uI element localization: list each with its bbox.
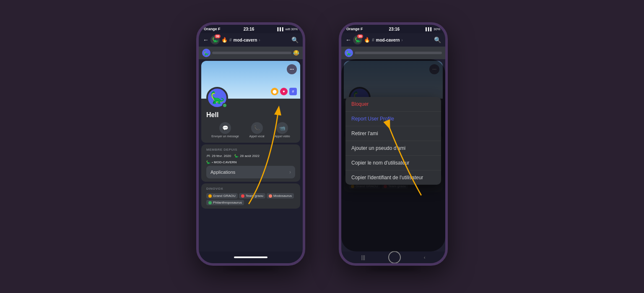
heart-icon: ♥ (280, 88, 288, 95)
copy-id-label: Copier l'identifiant de l'utilisateur (351, 175, 423, 181)
phone-bottom-1 (199, 251, 303, 263)
discord-header-1: ← 🦕 99 🔥 # mod-cavern › 🔍 (199, 33, 303, 47)
role-tag-3: Philanthroposaurus (206, 200, 244, 205)
role-name-2: Modosaurus (273, 194, 292, 198)
status-icons-2: ▌▌▌ 30% (426, 27, 440, 31)
avatar-emoji-1: 🦕 (210, 92, 225, 104)
phone-2: Orange F 23:16 ▌▌▌ 30% ← 🦕 99 (339, 22, 448, 271)
phone-bottom-2: ||| ‹ (341, 251, 445, 263)
battery-1: 30% (291, 27, 298, 31)
profile-name-1: Hell (206, 111, 295, 119)
profile-banner-1: ··· 🦕 ⬤ ♥ # (201, 61, 300, 99)
signal-icon-2: ▌▌▌ (426, 27, 433, 31)
chat-avatar-1: 🦕 (202, 49, 210, 57)
bottom-nav-triangle: ‹ (424, 255, 425, 260)
back-button-1[interactable]: ← (203, 37, 209, 43)
phone-shadow-2 (368, 267, 418, 271)
voice-button-1[interactable]: 📞 Appel vocal (249, 122, 264, 138)
carrier-2: Orange F (346, 27, 363, 31)
context-item-retirer[interactable]: Retirer l'ami (345, 126, 441, 141)
report-label: Report User Profile (351, 116, 394, 122)
phone-1-screen: Orange F 23:16 ▌▌▌ wifi 30% ← 🦕 99 (199, 25, 303, 263)
message-icon-1: 💬 (219, 122, 231, 134)
chat-preview-1: 🦕 😂 (199, 47, 303, 59)
wifi-icon: wifi (285, 27, 290, 31)
server-emoji-1: 🦕 (234, 154, 239, 158)
role-dot-3 (208, 201, 212, 204)
role-tag-0: Grand GRAOU (206, 193, 238, 199)
context-item-bloquer[interactable]: Bloquer (345, 97, 441, 112)
server-date-1: 🦕 28 août 2022 (234, 154, 260, 158)
server-icons-1: 🦕 99 (210, 35, 220, 44)
context-item-pseudo[interactable]: Ajouter un pseudo d'ami (345, 141, 441, 156)
member-since-section-1: MEMBRE DEPUIS 🎮 29 févr. 2020 🦕 28 août … (201, 144, 300, 182)
message-button-1[interactable]: 💬 Envoyer un message (211, 122, 239, 138)
more-button-1[interactable]: ··· (287, 64, 297, 74)
more-dots-icon-1: ··· (290, 66, 294, 72)
member-since-title-1: MEMBRE DEPUIS (206, 148, 295, 152)
server-icon-label-1: 🦕 (206, 160, 210, 164)
profile-area-1[interactable]: ··· 🦕 ⬤ ♥ # (199, 59, 303, 251)
phone-2-device: Orange F 23:16 ▌▌▌ 30% ← 🦕 99 (339, 22, 448, 266)
applications-chevron-1: › (289, 169, 291, 175)
header-right-1[interactable]: 🔍 (291, 37, 299, 43)
phone-1-device: Orange F 23:16 ▌▌▌ wifi 30% ← 🦕 99 (196, 22, 305, 266)
status-bar-2: Orange F 23:16 ▌▌▌ 30% (341, 25, 445, 33)
phone-2-screen: Orange F 23:16 ▌▌▌ 30% ← 🦕 99 (341, 25, 445, 263)
back-button-2[interactable]: ← (345, 37, 351, 43)
context-item-copy-name[interactable]: Copier le nom d'utilisateur (345, 156, 441, 170)
notif-badge-1: 99 (215, 34, 221, 38)
channel-name-1: mod-cavern (234, 38, 257, 42)
role-name-0: Grand GRAOU (213, 194, 236, 198)
chat-preview-2: 🦕 (341, 47, 445, 59)
role-tags-1: Grand GRAOU Team graou Modosaurus P (206, 193, 295, 205)
channel-chevron-2: › (401, 38, 402, 42)
header-left-2: ← 🦕 99 🔥 # mod-cavern › (345, 35, 403, 44)
carrier-1: Orange F (204, 27, 221, 31)
discord-logo-1: 🎮 (206, 154, 210, 158)
phone-shadow-1 (226, 267, 276, 271)
role-dot-0 (208, 194, 212, 198)
discord-date-1: 🎮 29 févr. 2020 (206, 154, 231, 158)
copy-name-label: Copier le nom d'utilisateur (351, 160, 409, 166)
phone-1: Orange F 23:16 ▌▌▌ wifi 30% ← 🦕 99 (196, 22, 305, 271)
emoji-react-2: 🔥 (364, 37, 370, 43)
message-label-1: Envoyer un message (211, 135, 239, 138)
header-left-1: ← 🦕 99 🔥 # mod-cavern › (203, 35, 260, 44)
time-1: 23:16 (244, 27, 254, 31)
voice-label-1: Appel vocal (249, 135, 264, 138)
video-button-1[interactable]: 📹 Appel vidéo (275, 122, 290, 138)
battery-2: 30% (434, 27, 440, 31)
bottom-nav-bars: ||| (361, 254, 365, 260)
online-indicator-1 (222, 103, 227, 108)
chat-line-2 (355, 52, 442, 54)
channel-chevron-1: › (259, 38, 260, 42)
search-icon-1[interactable]: 🔍 (291, 37, 299, 43)
time-2: 23:16 (389, 27, 400, 31)
chat-avatar-2: 🦕 (345, 49, 353, 57)
applications-label-1: Applications (210, 170, 235, 175)
bottom-nav-circle (388, 251, 401, 263)
applications-row-1[interactable]: Applications › (206, 166, 295, 178)
video-icon-1: 📹 (276, 122, 288, 134)
bloquer-label: Bloquer (351, 101, 369, 107)
notif-badge-2: 99 (357, 34, 363, 38)
channel-hash-1: # (229, 38, 232, 42)
header-right-2[interactable]: 🔍 (434, 37, 441, 43)
role-name-1: Team graou (246, 194, 263, 198)
signal-icon: ▌▌▌ (277, 27, 284, 31)
pseudo-label: Ajouter un pseudo d'ami (351, 145, 405, 151)
search-icon-2[interactable]: 🔍 (434, 37, 441, 43)
context-menu: Bloquer Report User Profile Retirer l'am… (345, 97, 441, 185)
role-tag-2: Modosaurus (267, 193, 294, 199)
server-section-header-1: 🦕 • MOD-CAVERN (206, 160, 295, 164)
profile-dimmed-area: ··· 🦕 Hell MEMBRE DEPUIS (341, 59, 445, 251)
roles-section-1: DINOVOX Grand GRAOU Team graou Modosa (201, 183, 300, 209)
avatar-wrapper-1: 🦕 (206, 87, 228, 109)
role-dot-1 (241, 194, 244, 198)
channel-hash-2: # (372, 38, 374, 42)
xbox-icon: ⬤ (271, 88, 278, 95)
context-item-copy-id[interactable]: Copier l'identifiant de l'utilisateur (345, 170, 441, 185)
voice-icon-1: 📞 (251, 122, 263, 134)
context-item-report[interactable]: Report User Profile (345, 112, 441, 126)
